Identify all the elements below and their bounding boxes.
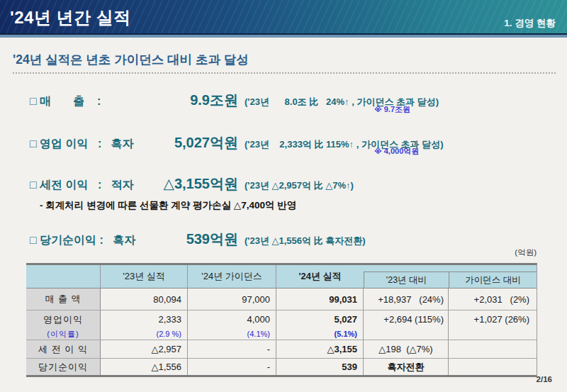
page-number: 2/16 — [537, 375, 552, 383]
header-accent-line — [0, 33, 567, 38]
slide: '24년 년간 실적 1. 경영 현황 '24년 실적은 년초 가이던스 대비 … — [0, 0, 567, 392]
table-row-net-income: 당기순이익 △1,556 - 539 흑자전환 — [26, 358, 537, 375]
table-row-pretax-profit: 세 전 이 익 △2,957 - △3,155 △198 (△7%) — [26, 340, 537, 358]
table-unit-label: (억원) — [515, 247, 537, 258]
header-bar: '24년 년간 실적 1. 경영 현황 — [0, 0, 567, 33]
bullet-net-income-label: □ 당기순이익 : 흑자 — [30, 233, 153, 248]
slide-subtitle: '24년 실적은 년초 가이던스 대비 초과 달성 — [13, 51, 249, 68]
bullet-operating-profit-note: ※ 4,000억원 — [374, 146, 419, 157]
bullet-operating-profit-value: 5,027억원 — [153, 133, 238, 152]
table-row-profit-ratio: (이익률) (2.9 %) (4.1%) (5.1%) — [26, 328, 537, 340]
bullet-pretax-profit-label: □ 세전 이익 : 적자 — [30, 178, 153, 193]
bullet-operating-profit-label: □ 영업 이익 : 흑자 — [30, 137, 153, 152]
page-title: '24년 년간 실적 — [10, 6, 131, 29]
bullet-net-income: □ 당기순이익 : 흑자 539억원 ('23년 △1,556억 比 흑자전환) — [30, 230, 366, 249]
table-row-operating-profit: 영업이익 2,333 4,000 5,027 +2,694 (115%) +1,… — [26, 310, 537, 328]
performance-table: '23년 실적 '24년 가이던스 '24년 실적 '23년 대비 가이던스 대… — [26, 263, 537, 377]
section-label: 1. 경영 현황 — [504, 17, 556, 30]
bullet-pretax-profit-value: △3,155억원 — [153, 174, 238, 194]
bullet-net-income-value: 539억원 — [153, 230, 238, 249]
header-cell-2024-actual: '24년 실적 — [276, 265, 364, 288]
bullet-pretax-profit-subnote: - 회계처리 변경에 따른 선물환 계약 평가손실 △7,400억 반영 — [40, 199, 296, 212]
table-row-revenue: 매 출 액 80,094 97,000 99,031 +18,937 (24%)… — [26, 289, 537, 310]
header-cell-empty — [26, 265, 101, 288]
header-cell-vs-guidance: 가이던스 대비 — [449, 265, 537, 288]
table-header-row: '23년 실적 '24년 가이던스 '24년 실적 '23년 대비 가이던스 대… — [26, 265, 537, 289]
bullet-revenue-value: 9.9조원 — [153, 91, 238, 110]
header-cell-2024-guidance: '24년 가이던스 — [188, 265, 276, 288]
bullet-pretax-profit: □ 세전 이익 : 적자 △3,155억원 ('23년 △2,957억 比 △7… — [30, 174, 354, 194]
header-cell-2023-actual: '23년 실적 — [101, 265, 188, 288]
bullet-pretax-profit-detail: ('23년 △2,957억 比 △7%↑) — [238, 179, 354, 192]
dotted-divider — [13, 72, 556, 74]
header-cell-vs-2023: '23년 대비 — [364, 265, 449, 288]
bullet-revenue-note: ※ 9.7조원 — [374, 104, 410, 115]
bullet-revenue-label: □ 매 출 : — [30, 94, 153, 109]
bullet-net-income-detail: ('23년 △1,556억 比 흑자전환) — [238, 235, 366, 247]
